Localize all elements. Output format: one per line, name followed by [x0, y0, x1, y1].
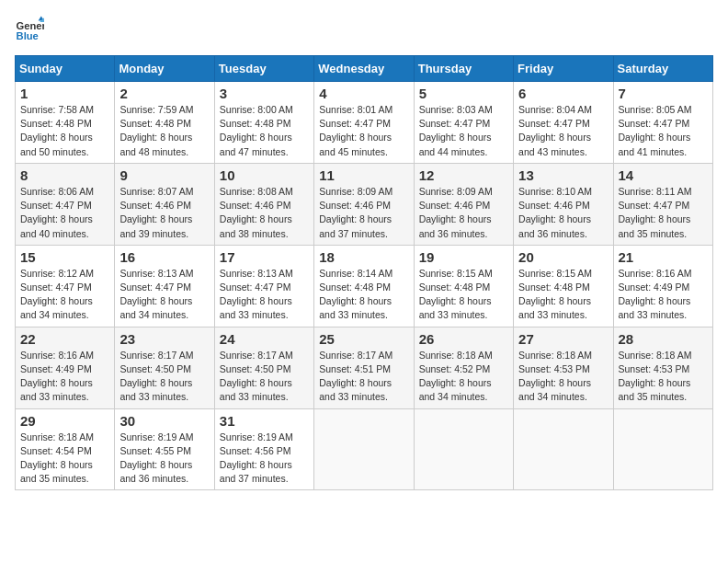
page-header: General Blue [15, 15, 713, 44]
calendar-cell: 2 Sunrise: 7:59 AMSunset: 4:48 PMDayligh… [115, 82, 214, 164]
calendar-cell: 21 Sunrise: 8:16 AMSunset: 4:49 PMDaylig… [613, 245, 712, 327]
day-info: Sunrise: 8:01 AMSunset: 4:47 PMDaylight:… [319, 103, 408, 159]
calendar-cell: 10 Sunrise: 8:08 AMSunset: 4:46 PMDaylig… [214, 163, 313, 245]
calendar-week-1: 1 Sunrise: 7:58 AMSunset: 4:48 PMDayligh… [16, 82, 713, 164]
calendar-header-row: SundayMondayTuesdayWednesdayThursdayFrid… [16, 56, 713, 82]
day-number: 5 [419, 86, 508, 101]
calendar-cell: 9 Sunrise: 8:07 AMSunset: 4:46 PMDayligh… [115, 163, 214, 245]
calendar-cell: 7 Sunrise: 8:05 AMSunset: 4:47 PMDayligh… [613, 82, 712, 164]
day-info: Sunrise: 8:06 AMSunset: 4:47 PMDaylight:… [20, 185, 109, 241]
day-info: Sunrise: 8:09 AMSunset: 4:46 PMDaylight:… [419, 185, 508, 241]
day-number: 14 [619, 167, 708, 183]
day-number: 27 [518, 331, 608, 347]
calendar-cell: 4 Sunrise: 8:01 AMSunset: 4:47 PMDayligh… [314, 82, 414, 164]
day-number: 29 [20, 413, 109, 429]
day-info: Sunrise: 8:05 AMSunset: 4:47 PMDaylight:… [619, 103, 708, 159]
day-info: Sunrise: 8:17 AMSunset: 4:50 PMDaylight:… [119, 349, 209, 405]
day-number: 28 [619, 331, 708, 347]
calendar-cell: 15 Sunrise: 8:12 AMSunset: 4:47 PMDaylig… [16, 245, 115, 327]
calendar-cell: 31 Sunrise: 8:19 AMSunset: 4:56 PMDaylig… [214, 408, 313, 490]
calendar-week-2: 8 Sunrise: 8:06 AMSunset: 4:47 PMDayligh… [16, 163, 713, 245]
day-info: Sunrise: 7:59 AMSunset: 4:48 PMDaylight:… [119, 103, 209, 159]
calendar-cell: 20 Sunrise: 8:15 AMSunset: 4:48 PMDaylig… [514, 245, 613, 327]
day-number: 4 [319, 86, 408, 101]
calendar-cell: 24 Sunrise: 8:17 AMSunset: 4:50 PMDaylig… [214, 327, 313, 408]
calendar-cell: 29 Sunrise: 8:18 AMSunset: 4:54 PMDaylig… [16, 408, 115, 490]
day-info: Sunrise: 8:03 AMSunset: 4:47 PMDaylight:… [419, 103, 508, 159]
day-info: Sunrise: 8:15 AMSunset: 4:48 PMDaylight:… [419, 267, 508, 323]
day-info: Sunrise: 8:13 AMSunset: 4:47 PMDaylight:… [220, 267, 309, 323]
day-number: 2 [119, 86, 209, 101]
day-number: 24 [220, 331, 309, 347]
calendar-cell: 26 Sunrise: 8:18 AMSunset: 4:52 PMDaylig… [414, 327, 513, 408]
calendar-cell: 18 Sunrise: 8:14 AMSunset: 4:48 PMDaylig… [314, 245, 414, 327]
calendar-cell: 30 Sunrise: 8:19 AMSunset: 4:55 PMDaylig… [115, 408, 214, 490]
calendar-week-5: 29 Sunrise: 8:18 AMSunset: 4:54 PMDaylig… [16, 408, 713, 490]
day-number: 20 [518, 249, 608, 265]
calendar-cell: 8 Sunrise: 8:06 AMSunset: 4:47 PMDayligh… [16, 163, 115, 245]
day-number: 8 [20, 167, 109, 183]
header-sunday: Sunday [16, 56, 115, 82]
header-tuesday: Tuesday [214, 56, 313, 82]
day-number: 6 [518, 86, 608, 101]
day-info: Sunrise: 8:18 AMSunset: 4:52 PMDaylight:… [419, 349, 508, 405]
day-number: 11 [319, 167, 408, 183]
day-info: Sunrise: 8:12 AMSunset: 4:47 PMDaylight:… [20, 267, 109, 323]
day-info: Sunrise: 8:08 AMSunset: 4:46 PMDaylight:… [220, 185, 309, 241]
calendar-cell: 28 Sunrise: 8:18 AMSunset: 4:53 PMDaylig… [613, 327, 712, 408]
day-info: Sunrise: 8:14 AMSunset: 4:48 PMDaylight:… [319, 267, 408, 323]
day-info: Sunrise: 8:10 AMSunset: 4:46 PMDaylight:… [518, 185, 608, 241]
calendar-cell: 11 Sunrise: 8:09 AMSunset: 4:46 PMDaylig… [314, 163, 414, 245]
calendar-cell [613, 408, 712, 490]
calendar-week-3: 15 Sunrise: 8:12 AMSunset: 4:47 PMDaylig… [16, 245, 713, 327]
header-saturday: Saturday [613, 56, 712, 82]
day-info: Sunrise: 8:09 AMSunset: 4:46 PMDaylight:… [319, 185, 408, 241]
day-number: 21 [619, 249, 708, 265]
calendar-cell: 3 Sunrise: 8:00 AMSunset: 4:48 PMDayligh… [214, 82, 313, 164]
day-number: 25 [319, 331, 408, 347]
logo: General Blue [15, 15, 44, 44]
day-info: Sunrise: 8:17 AMSunset: 4:51 PMDaylight:… [319, 349, 408, 405]
day-info: Sunrise: 8:17 AMSunset: 4:50 PMDaylight:… [220, 349, 309, 405]
calendar-cell [414, 408, 513, 490]
header-friday: Friday [514, 56, 613, 82]
day-number: 13 [518, 167, 608, 183]
calendar-cell: 27 Sunrise: 8:18 AMSunset: 4:53 PMDaylig… [514, 327, 613, 408]
day-info: Sunrise: 8:19 AMSunset: 4:56 PMDaylight:… [220, 431, 309, 487]
day-number: 16 [119, 249, 209, 265]
calendar-cell: 16 Sunrise: 8:13 AMSunset: 4:47 PMDaylig… [115, 245, 214, 327]
day-number: 31 [220, 413, 309, 429]
calendar-cell [514, 408, 613, 490]
day-info: Sunrise: 8:15 AMSunset: 4:48 PMDaylight:… [518, 267, 608, 323]
day-info: Sunrise: 8:00 AMSunset: 4:48 PMDaylight:… [220, 103, 309, 159]
day-number: 1 [20, 86, 109, 101]
calendar-cell: 25 Sunrise: 8:17 AMSunset: 4:51 PMDaylig… [314, 327, 414, 408]
calendar-week-4: 22 Sunrise: 8:16 AMSunset: 4:49 PMDaylig… [16, 327, 713, 408]
calendar-cell: 23 Sunrise: 8:17 AMSunset: 4:50 PMDaylig… [115, 327, 214, 408]
header-monday: Monday [115, 56, 214, 82]
day-number: 15 [20, 249, 109, 265]
day-info: Sunrise: 8:18 AMSunset: 4:54 PMDaylight:… [20, 431, 109, 487]
day-number: 3 [220, 86, 309, 101]
day-info: Sunrise: 8:04 AMSunset: 4:47 PMDaylight:… [518, 103, 608, 159]
day-info: Sunrise: 8:11 AMSunset: 4:47 PMDaylight:… [619, 185, 708, 241]
header-thursday: Thursday [414, 56, 513, 82]
day-number: 18 [319, 249, 408, 265]
day-number: 12 [419, 167, 508, 183]
calendar-cell: 14 Sunrise: 8:11 AMSunset: 4:47 PMDaylig… [613, 163, 712, 245]
day-info: Sunrise: 8:07 AMSunset: 4:46 PMDaylight:… [119, 185, 209, 241]
calendar-cell [314, 408, 414, 490]
day-info: Sunrise: 8:18 AMSunset: 4:53 PMDaylight:… [518, 349, 608, 405]
calendar-cell: 1 Sunrise: 7:58 AMSunset: 4:48 PMDayligh… [16, 82, 115, 164]
day-number: 30 [119, 413, 209, 429]
calendar-cell: 12 Sunrise: 8:09 AMSunset: 4:46 PMDaylig… [414, 163, 513, 245]
day-number: 9 [119, 167, 209, 183]
day-number: 23 [119, 331, 209, 347]
day-info: Sunrise: 8:16 AMSunset: 4:49 PMDaylight:… [20, 349, 109, 405]
header-wednesday: Wednesday [314, 56, 414, 82]
day-info: Sunrise: 8:18 AMSunset: 4:53 PMDaylight:… [619, 349, 708, 405]
day-number: 17 [220, 249, 309, 265]
calendar-cell: 6 Sunrise: 8:04 AMSunset: 4:47 PMDayligh… [514, 82, 613, 164]
calendar-cell: 5 Sunrise: 8:03 AMSunset: 4:47 PMDayligh… [414, 82, 513, 164]
day-number: 19 [419, 249, 508, 265]
